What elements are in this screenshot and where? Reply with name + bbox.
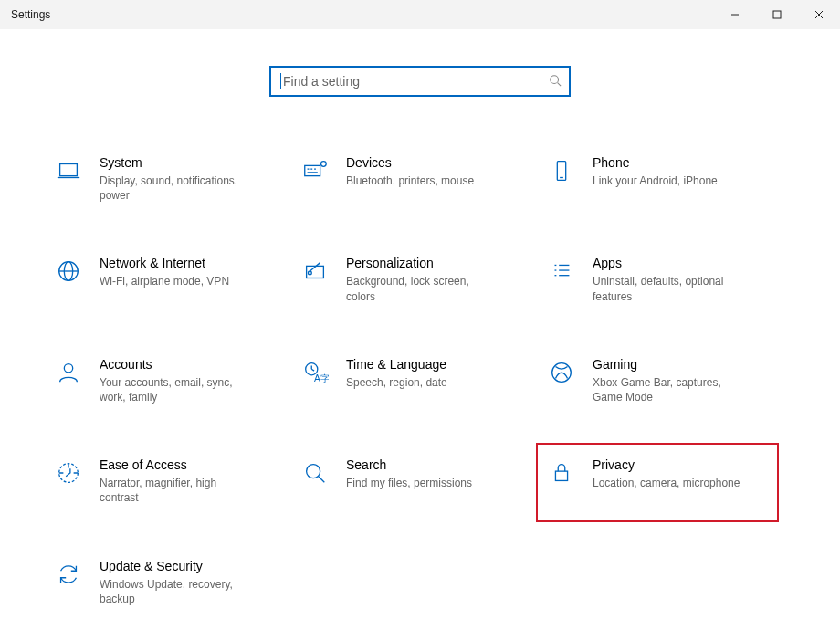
tile-accounts[interactable]: Accounts Your accounts, email, sync, wor… xyxy=(50,353,297,408)
tile-desc: Your accounts, email, sync, work, family xyxy=(100,375,251,404)
search-placeholder: Find a setting xyxy=(283,74,549,89)
svg-point-27 xyxy=(64,363,72,372)
tile-title: Network & Internet xyxy=(100,256,229,270)
settings-grid: System Display, sound, notifications, po… xyxy=(0,152,840,610)
svg-text:A字: A字 xyxy=(314,373,329,383)
tile-gaming[interactable]: Gaming Xbox Game Bar, captures, Game Mod… xyxy=(543,353,790,408)
svg-rect-1 xyxy=(773,11,781,18)
tile-title: Personalization xyxy=(346,256,498,270)
svg-point-34 xyxy=(307,465,320,478)
tile-desc: Background, lock screen, colors xyxy=(346,274,498,303)
language-icon: A字 xyxy=(297,357,333,386)
svg-rect-8 xyxy=(305,165,320,175)
svg-point-4 xyxy=(551,75,559,83)
tile-devices[interactable]: Devices Bluetooth, printers, mouse xyxy=(297,152,543,206)
sync-icon xyxy=(50,559,87,588)
tile-desc: Link your Android, iPhone xyxy=(593,173,718,188)
tile-title: Time & Language xyxy=(346,357,447,372)
svg-line-35 xyxy=(319,477,325,483)
tile-desc: Xbox Game Bar, captures, Game Mode xyxy=(593,375,744,404)
tile-title: Ease of Access xyxy=(100,457,251,472)
tile-title: Search xyxy=(346,457,472,472)
svg-line-30 xyxy=(311,369,314,371)
svg-line-5 xyxy=(558,82,562,86)
tile-desc: Bluetooth, printers, mouse xyxy=(346,173,474,188)
tile-title: Update & Security xyxy=(100,559,251,573)
tile-privacy[interactable]: Privacy Location, camera, microphone xyxy=(543,454,790,509)
tile-title: System xyxy=(100,155,251,170)
tile-search[interactable]: Search Find my files, permissions xyxy=(297,454,543,509)
list-icon xyxy=(543,256,580,285)
maximize-button[interactable] xyxy=(756,0,798,29)
minimize-button[interactable] xyxy=(714,0,756,29)
tile-desc: Narrator, magnifier, high contrast xyxy=(100,476,251,505)
tile-desc: Display, sound, notifications, power xyxy=(100,173,251,203)
svg-point-20 xyxy=(309,271,312,275)
highlight-box xyxy=(536,443,779,521)
tile-network[interactable]: Network & Internet Wi-Fi, airplane mode,… xyxy=(50,252,297,307)
search-input[interactable]: Find a setting xyxy=(269,66,571,97)
window-title: Settings xyxy=(11,8,50,21)
tile-time-language[interactable]: A字 Time & Language Speech, region, date xyxy=(297,353,543,408)
search-icon xyxy=(549,74,562,89)
tile-phone[interactable]: Phone Link your Android, iPhone xyxy=(543,152,790,206)
tile-system[interactable]: System Display, sound, notifications, po… xyxy=(50,152,297,206)
tile-title: Phone xyxy=(593,155,718,170)
svg-rect-6 xyxy=(60,164,78,176)
tile-title: Apps xyxy=(593,256,744,270)
laptop-icon xyxy=(50,155,87,184)
brush-icon xyxy=(297,256,333,285)
tile-update-security[interactable]: Update & Security Windows Update, recove… xyxy=(50,555,297,610)
accessibility-icon xyxy=(50,457,87,487)
tile-title: Gaming xyxy=(593,357,744,372)
phone-icon xyxy=(543,155,580,184)
tile-ease-of-access[interactable]: Ease of Access Narrator, magnifier, high… xyxy=(50,454,297,509)
person-icon xyxy=(50,357,87,386)
tile-personalization[interactable]: Personalization Background, lock screen,… xyxy=(297,252,543,307)
tile-desc: Uninstall, defaults, optional features xyxy=(593,274,744,303)
globe-icon xyxy=(50,256,87,285)
tile-desc: Find my files, permissions xyxy=(346,476,472,490)
tile-title: Accounts xyxy=(100,357,251,372)
magnifier-icon xyxy=(297,457,333,487)
tile-desc: Speech, region, date xyxy=(346,375,447,390)
tile-apps[interactable]: Apps Uninstall, defaults, optional featu… xyxy=(543,252,790,307)
window-controls xyxy=(714,0,840,29)
tile-title: Devices xyxy=(346,155,474,170)
xbox-icon xyxy=(543,357,580,386)
title-bar: Settings xyxy=(0,0,840,29)
tile-desc: Wi-Fi, airplane mode, VPN xyxy=(100,274,229,289)
svg-point-9 xyxy=(321,162,327,167)
close-button[interactable] xyxy=(798,0,840,29)
keyboard-icon xyxy=(297,155,333,184)
tile-desc: Windows Update, recovery, backup xyxy=(100,577,251,606)
